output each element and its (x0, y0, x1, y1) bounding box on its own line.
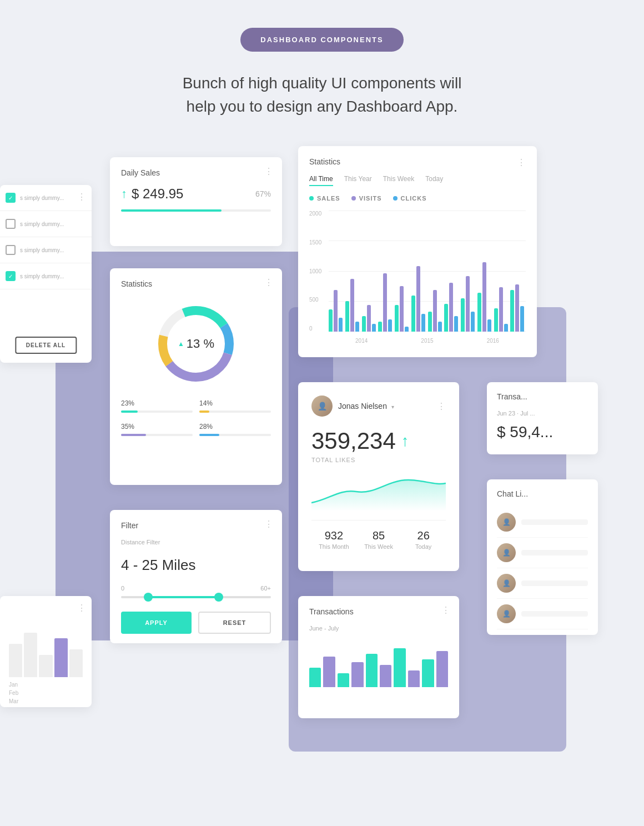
stat-today-value: 26 (401, 529, 446, 542)
legend-label-clicks: CLICKS (401, 195, 427, 202)
tab-this-year[interactable]: This Year (344, 175, 372, 186)
trans-bar-10 (436, 651, 448, 687)
cluster-6 (411, 266, 427, 332)
range-max-label: 60+ (260, 585, 271, 592)
tab-this-week[interactable]: This Week (383, 175, 414, 186)
user-name: Jonas Nielsen (338, 402, 387, 411)
bar-label-4: 28% (199, 423, 271, 430)
reset-button[interactable]: RESET (198, 612, 271, 634)
transactions-menu[interactable]: ⋮ (441, 605, 450, 615)
trans-amount-title: Transa... (497, 392, 588, 401)
bar-v11 (499, 287, 503, 332)
tab-all-time[interactable]: All Time (309, 175, 333, 186)
cluster-1 (329, 290, 344, 332)
bottom-left-menu[interactable]: ⋮ (77, 603, 86, 613)
apply-button[interactable]: APPLY (121, 612, 192, 634)
checkbox-4[interactable] (6, 271, 16, 281)
cluster-2 (345, 279, 361, 332)
filter-menu[interactable]: ⋮ (264, 519, 273, 529)
bar-v9 (466, 276, 470, 332)
chat-item-1[interactable]: 👤 (497, 507, 588, 538)
checkbox-2[interactable] (6, 219, 16, 229)
chat-item-3[interactable]: 👤 (497, 568, 588, 599)
trans-bar-9 (422, 659, 434, 687)
mini-bar-3 (39, 655, 52, 677)
bar-v5 (400, 286, 404, 332)
cluster-7 (428, 290, 444, 332)
bar-c7 (438, 322, 442, 332)
user-menu[interactable]: ⋮ (437, 401, 446, 412)
bar-s4 (378, 322, 382, 332)
trans-amount-card: Transa... Jun 23 · Jul ... $ 59,4... (487, 382, 598, 454)
user-avatar: 👤 (311, 396, 333, 417)
cluster-3 (362, 305, 378, 332)
trans-amount-value: $ 59,4... (497, 423, 588, 441)
bar-s12 (510, 290, 514, 332)
trans-bar-8 (408, 670, 420, 687)
trans-bar-6 (380, 665, 391, 687)
checkbox-3[interactable] (6, 245, 16, 255)
chat-avatar-3: 👤 (497, 574, 516, 593)
bar-track-2 (199, 411, 271, 413)
bar-s10 (477, 293, 481, 332)
stat-this-week: 85 This Week (356, 529, 401, 550)
chat-item-2[interactable]: 👤 (497, 538, 588, 568)
filter-subtitle: Distance Filter (121, 539, 271, 545)
stat-today-label: Today (401, 543, 446, 550)
bar-label-2: 14% (199, 399, 271, 407)
trans-bar-5 (366, 654, 378, 687)
bar-s6 (411, 296, 415, 332)
header-subtitle: Bunch of high quality UI components will… (11, 72, 633, 118)
bar-c6 (421, 314, 425, 332)
daily-sales-menu[interactable]: ⋮ (264, 166, 273, 177)
range-thumb-left[interactable] (144, 593, 153, 602)
stat-month-label: This Month (311, 543, 356, 550)
mini-bar-4 (54, 638, 68, 677)
donut-menu[interactable]: ⋮ (264, 277, 273, 288)
chart-menu[interactable]: ⋮ (517, 157, 526, 168)
y-label-500: 500 (309, 297, 321, 303)
components-area: ⋮ s simply dummy... s simply dummy... s … (0, 141, 644, 826)
mini-bar-1 (9, 644, 22, 677)
stats-bar-row-2: 35% 28% (121, 423, 271, 436)
bar-c4 (388, 319, 392, 332)
chat-list-title: Chat Li... (497, 489, 588, 498)
bar-v6 (416, 266, 420, 332)
mini-bar-2 (24, 633, 37, 677)
stat-week-value: 85 (356, 529, 401, 542)
bar-clusters (329, 211, 526, 332)
legend-label-sales: SALES (317, 195, 340, 202)
chart-inner: 2000 1500 1000 500 0 (309, 211, 526, 344)
stats-chart-card: Statistics ⋮ All Time This Year This Wee… (298, 146, 537, 357)
bottom-left-chart-card: ⋮ Jan Feb Mar Apr (0, 596, 92, 707)
trans-bar-1 (309, 668, 321, 687)
stats-bar-item-4: 28% (199, 423, 271, 436)
delete-all-button[interactable]: DELETE ALL (15, 337, 77, 354)
user-chevron[interactable]: ▾ (391, 404, 394, 410)
bar-s3 (362, 316, 366, 332)
checklist-menu[interactable]: ⋮ (77, 192, 86, 202)
bar-s1 (329, 309, 333, 332)
tab-today[interactable]: Today (425, 175, 443, 186)
x-axis-labels: 2014 2015 2016 (329, 338, 526, 344)
sales-amount: ↑ $ 249.95 67% (121, 186, 271, 202)
mini-label-feb: Feb (9, 690, 83, 696)
user-header: 👤 Jonas Nielsen ▾ ⋮ (311, 396, 446, 417)
sales-value: $ 249.95 (132, 186, 183, 202)
bar-s5 (395, 305, 399, 332)
count-arrow: ↑ (401, 432, 409, 450)
checkbox-1[interactable] (6, 193, 16, 203)
range-thumb-right[interactable] (214, 593, 223, 602)
stat-month-value: 932 (311, 529, 356, 542)
range-track[interactable] (121, 596, 271, 598)
checklist-item-4: s simply dummy... (0, 263, 92, 289)
chat-item-4[interactable]: 👤 (497, 599, 588, 629)
bar-fill-4 (199, 434, 219, 436)
bar-c5 (405, 327, 409, 332)
range-value: 4 - 25 Miles (121, 557, 271, 574)
statistics-donut-card: Statistics ⋮ ▲ 13 % (110, 268, 282, 485)
y-label-1000: 1000 (309, 268, 321, 274)
x-label-2015: 2015 (421, 338, 433, 344)
total-likes-label: TOTAL LIKES (311, 457, 446, 463)
x-label-2016: 2016 (487, 338, 499, 344)
